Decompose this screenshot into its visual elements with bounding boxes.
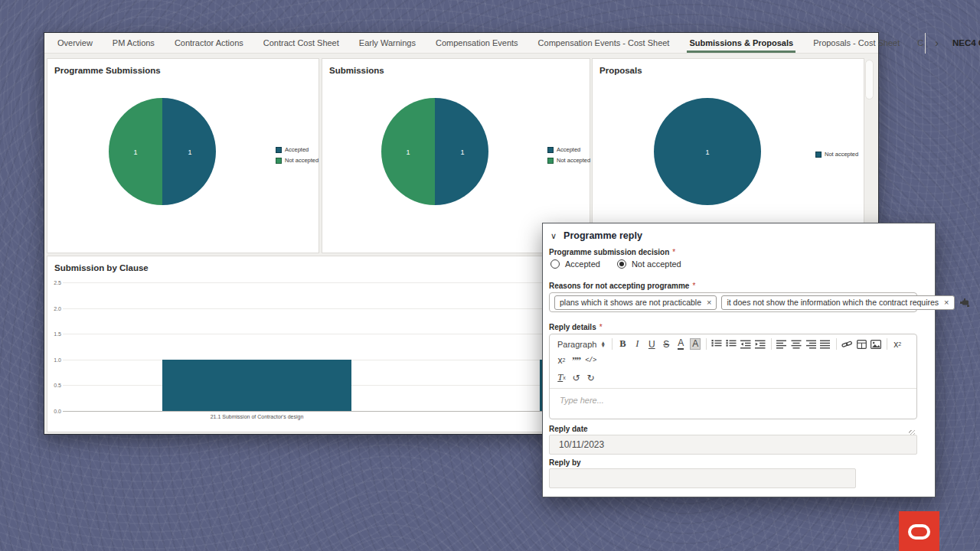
- link-icon[interactable]: [840, 337, 854, 351]
- required-asterisk: *: [672, 248, 675, 256]
- radio-not-accepted[interactable]: Not accepted: [617, 259, 681, 269]
- legend-label: Accepted: [557, 146, 580, 153]
- svg-text:1: 1: [188, 148, 191, 156]
- clear-format-icon[interactable]: Tx: [554, 370, 569, 385]
- remove-chip-icon[interactable]: ×: [707, 298, 711, 307]
- align-center-icon[interactable]: [789, 337, 804, 351]
- blockquote-icon[interactable]: ””: [569, 353, 583, 367]
- redo-icon[interactable]: ↻: [583, 370, 598, 385]
- tab-bar-right: › NEC4 Contract ••• ▾: [923, 33, 980, 53]
- context-selector-label[interactable]: NEC4 Contract: [952, 38, 980, 47]
- paragraph-style-select[interactable]: Paragraph▲▼: [554, 340, 609, 349]
- radio-circle-icon: [617, 259, 626, 269]
- editor-placeholder: Type here...: [560, 396, 604, 405]
- editor-toolbar: Paragraph▲▼BIUSAAx2x2””</>Tx↺↻: [550, 334, 916, 389]
- align-justify-icon[interactable]: [818, 337, 833, 351]
- legend-label: Not accepted: [557, 157, 590, 164]
- tab-list: OverviewPM ActionsContractor ActionsCont…: [47, 33, 923, 53]
- reasons-multiselect-field[interactable]: plans which it shows are not practicable…: [549, 292, 917, 312]
- y-axis-tick: 1.5: [49, 331, 61, 337]
- decision-radio-group: Accepted Not accepted: [550, 259, 681, 269]
- table-icon[interactable]: [854, 337, 869, 351]
- svg-text:1: 1: [406, 148, 410, 156]
- required-asterisk: *: [692, 282, 695, 290]
- tab-contractor-actions[interactable]: Contractor Actions: [165, 33, 253, 53]
- tab-contract-cost-sheet[interactable]: Contract Cost Sheet: [253, 33, 349, 53]
- tab-compensation-events-cost-sheet[interactable]: Compensation Events - Cost Sheet: [528, 33, 680, 53]
- tab-proposals-cost-sheet[interactable]: Proposals - Cost Sheet: [803, 33, 910, 53]
- collapse-chevron-icon[interactable]: ∨: [550, 232, 557, 240]
- dialog-title: Programme reply: [564, 230, 642, 241]
- x-axis-label: 21.1 Submission of Contractor's design: [211, 414, 304, 419]
- tab-clipped[interactable]: C: [910, 33, 923, 53]
- underline-icon[interactable]: U: [645, 337, 659, 351]
- y-axis-tick: 2.5: [49, 280, 61, 285]
- undo-icon[interactable]: ↺: [569, 370, 583, 385]
- select-reasons-icon[interactable]: [959, 298, 971, 308]
- chart-legend: Not accepted: [815, 151, 858, 158]
- indent-icon[interactable]: [753, 337, 768, 351]
- chart-title: Submission by Clause: [54, 263, 149, 272]
- align-left-icon[interactable]: [775, 337, 789, 351]
- editor-text-area[interactable]: Type here...: [550, 389, 916, 438]
- reason-chip-label: plans which it shows are not practicable: [560, 298, 701, 307]
- bg-color-icon[interactable]: A: [688, 337, 703, 351]
- reason-chip[interactable]: plans which it shows are not practicable…: [554, 295, 717, 310]
- legend-label: Accepted: [285, 146, 309, 153]
- decision-field-label: Programme submission decision*: [549, 247, 675, 256]
- reply-by-input[interactable]: [549, 468, 856, 488]
- chart-title: Submissions: [329, 66, 384, 75]
- subscript-icon[interactable]: x2: [890, 337, 905, 351]
- rich-text-editor: Paragraph▲▼BIUSAAx2x2””</>Tx↺↻ Type here…: [549, 334, 917, 419]
- tab-submissions-proposals[interactable]: Submissions & Proposals: [679, 33, 803, 53]
- vertical-scrollbar-thumb[interactable]: [865, 60, 874, 99]
- y-axis-tick: 2.0: [49, 305, 61, 311]
- code-icon[interactable]: </>: [583, 353, 598, 367]
- tab-overview[interactable]: Overview: [47, 33, 103, 53]
- tab-divider: [925, 33, 926, 54]
- tab-compensation-events[interactable]: Compensation Events: [426, 33, 528, 53]
- svg-text:1: 1: [133, 148, 137, 156]
- text-color-icon[interactable]: A: [674, 337, 688, 351]
- bullet-list-icon[interactable]: [710, 337, 724, 351]
- legend-label: Not accepted: [825, 151, 858, 158]
- toolbar-separator: [836, 338, 837, 350]
- proposals-pie-chart: 1: [646, 90, 769, 213]
- bar-1: [162, 360, 351, 411]
- reply-details-field-label: Reply details*: [549, 322, 603, 331]
- y-axis-tick: 0.5: [49, 383, 61, 388]
- remove-chip-icon[interactable]: ×: [944, 298, 949, 307]
- legend-item: Accepted: [547, 146, 590, 153]
- toolbar-separator: [612, 338, 612, 350]
- legend-swatch: [815, 152, 822, 158]
- align-right-icon[interactable]: [804, 337, 818, 351]
- radio-accepted[interactable]: Accepted: [550, 259, 600, 269]
- programme-submissions-pie-chart: 11: [101, 90, 224, 213]
- italic-icon[interactable]: I: [630, 337, 645, 351]
- tab-bar: OverviewPM ActionsContractor ActionsCont…: [44, 33, 878, 54]
- reasons-field-label: Reasons for not accepting programme*: [549, 281, 695, 290]
- reply-date-label: Reply date: [549, 424, 588, 433]
- numbered-list-icon[interactable]: [724, 337, 739, 351]
- chart-legend: AcceptedNot accepted: [547, 146, 590, 164]
- toolbar-separator: [887, 338, 887, 350]
- tab-early-warnings[interactable]: Early Warnings: [349, 33, 426, 53]
- reply-by-label: Reply by: [549, 458, 581, 467]
- legend-item: Not accepted: [276, 157, 318, 164]
- legend-swatch: [547, 158, 554, 164]
- reason-chip[interactable]: it does not show the information which t…: [721, 295, 954, 310]
- reason-chip-label: it does not show the information which t…: [727, 298, 939, 307]
- radio-circle-icon: [550, 259, 560, 269]
- toolbar-separator: [771, 338, 772, 350]
- bold-icon[interactable]: B: [616, 337, 630, 351]
- image-icon[interactable]: [869, 337, 884, 351]
- dialog-header: ∨ Programme reply: [550, 230, 642, 241]
- reply-date-input[interactable]: 10/11/2023: [549, 435, 917, 455]
- superscript-icon[interactable]: x2: [554, 353, 569, 367]
- legend-swatch: [276, 147, 282, 153]
- tabs-overflow-chevron-icon[interactable]: ›: [927, 33, 946, 54]
- tab-pm-actions[interactable]: PM Actions: [103, 33, 165, 53]
- strikethrough-icon[interactable]: S: [659, 337, 674, 351]
- outdent-icon[interactable]: [739, 337, 753, 351]
- legend-swatch: [276, 158, 282, 164]
